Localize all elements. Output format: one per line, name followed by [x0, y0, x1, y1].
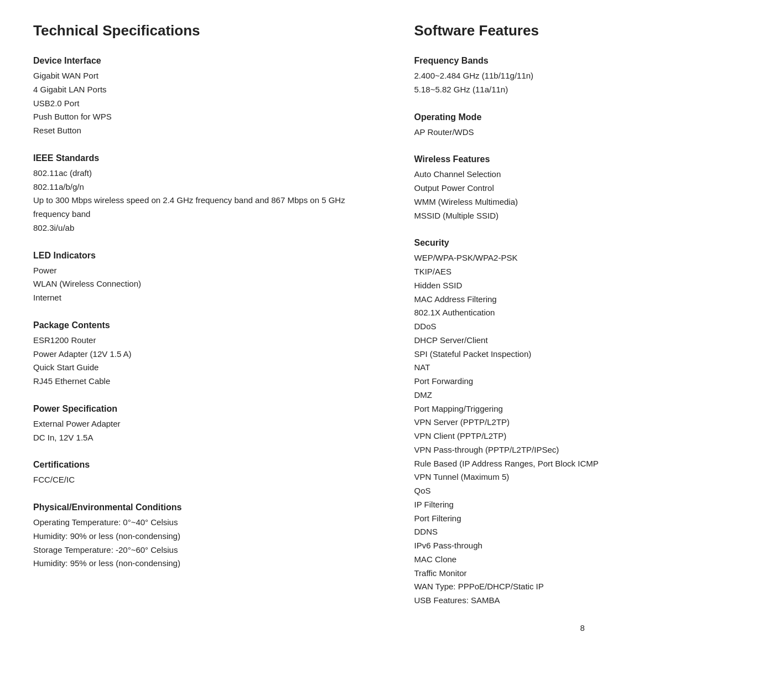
list-item: Power Adapter (12V 1.5 A) — [33, 348, 370, 361]
section-package-contents: Package Contents ESR1200 Router Power Ad… — [33, 320, 370, 388]
section-title-device-interface: Device Interface — [33, 56, 370, 66]
section-wireless-features: Wireless Features Auto Channel Selection… — [414, 154, 751, 222]
list-item: Storage Temperature: -20°~60° Celsius — [33, 543, 370, 557]
section-title-power-specification: Power Specification — [33, 404, 370, 414]
page-number: 8 — [414, 623, 751, 633]
list-item: WMM (Wireless Multimedia) — [414, 195, 751, 209]
section-physical-environmental: Physical/Environmental Conditions Operat… — [33, 502, 370, 571]
section-frequency-bands: Frequency Bands 2.400~2.484 GHz (11b/11g… — [414, 56, 751, 97]
list-item: MAC Clone — [414, 553, 751, 567]
list-item: Push Button for WPS — [33, 110, 370, 124]
list-item: Operating Temperature: 0°~40° Celsius — [33, 516, 370, 530]
list-item: 4 Gigabit LAN Ports — [33, 83, 370, 97]
list-item: Internet — [33, 291, 370, 305]
list-item: NAT — [414, 361, 751, 375]
section-content-certifications: FCC/CE/IC — [33, 473, 370, 487]
list-item: DDNS — [414, 525, 751, 539]
page-number-area: 8 — [414, 623, 751, 633]
section-title-security: Security — [414, 238, 751, 248]
section-content-power-specification: External Power Adapter DC In, 12V 1.5A — [33, 417, 370, 445]
list-item: Humidity: 90% or less (non-condensing) — [33, 530, 370, 543]
list-item: External Power Adapter — [33, 417, 370, 431]
list-item: MAC Address Filtering — [414, 293, 751, 307]
list-item: Humidity: 95% or less (non-condensing) — [33, 557, 370, 571]
section-certifications: Certifications FCC/CE/IC — [33, 460, 370, 487]
list-item: Gigabit WAN Port — [33, 69, 370, 83]
list-item: RJ45 Ethernet Cable — [33, 375, 370, 388]
section-title-physical-environmental: Physical/Environmental Conditions — [33, 502, 370, 512]
list-item: VPN Client (PPTP/L2TP) — [414, 429, 751, 443]
section-content-ieee-standards: 802.11ac (draft) 802.11a/b/g/n Up to 300… — [33, 167, 370, 235]
right-title: Software Features — [414, 22, 751, 39]
list-item: 802.11ac (draft) — [33, 167, 370, 180]
list-item: 802.1X Authentication — [414, 306, 751, 320]
section-content-wireless-features: Auto Channel Selection Output Power Cont… — [414, 168, 751, 222]
list-item: Quick Start Guide — [33, 361, 370, 375]
list-item: Port Filtering — [414, 512, 751, 526]
section-title-frequency-bands: Frequency Bands — [414, 56, 751, 66]
list-item: Reset Button — [33, 124, 370, 138]
list-item: DMZ — [414, 388, 751, 402]
section-operating-mode: Operating Mode AP Router/WDS — [414, 112, 751, 139]
list-item: Traffic Monitor — [414, 567, 751, 581]
list-item: USB Features: SAMBA — [414, 594, 751, 608]
list-item: Port Forwarding — [414, 375, 751, 388]
section-title-certifications: Certifications — [33, 460, 370, 470]
list-item: MSSID (Multiple SSID) — [414, 209, 751, 223]
list-item: Port Mapping/Triggering — [414, 402, 751, 416]
section-security: Security WEP/WPA-PSK/WPA2-PSK TKIP/AES H… — [414, 238, 751, 608]
section-title-wireless-features: Wireless Features — [414, 154, 751, 164]
list-item: Rule Based (IP Address Ranges, Port Bloc… — [414, 457, 751, 471]
section-device-interface: Device Interface Gigabit WAN Port 4 Giga… — [33, 56, 370, 138]
list-item: FCC/CE/IC — [33, 473, 370, 487]
list-item: DC In, 12V 1.5A — [33, 431, 370, 445]
list-item: ESR1200 Router — [33, 334, 370, 348]
list-item: DHCP Server/Client — [414, 334, 751, 348]
section-content-led-indicators: Power WLAN (Wireless Connection) Interne… — [33, 264, 370, 305]
section-led-indicators: LED Indicators Power WLAN (Wireless Conn… — [33, 251, 370, 305]
list-item: 802.3i/u/ab — [33, 221, 370, 235]
list-item: Auto Channel Selection — [414, 168, 751, 182]
section-content-operating-mode: AP Router/WDS — [414, 126, 751, 139]
list-item: Hidden SSID — [414, 279, 751, 293]
list-item: WEP/WPA-PSK/WPA2-PSK — [414, 251, 751, 265]
list-item: 802.11a/b/g/n — [33, 180, 370, 194]
list-item: VPN Tunnel (Maximum 5) — [414, 470, 751, 484]
list-item: SPI (Stateful Packet Inspection) — [414, 348, 751, 361]
section-content-frequency-bands: 2.400~2.484 GHz (11b/11g/11n) 5.18~5.82 … — [414, 69, 751, 97]
list-item: 5.18~5.82 GHz (11a/11n) — [414, 83, 751, 97]
section-title-package-contents: Package Contents — [33, 320, 370, 330]
list-item: QoS — [414, 484, 751, 498]
list-item: Power — [33, 264, 370, 278]
right-column: Software Features Frequency Bands 2.400~… — [392, 22, 751, 633]
list-item: 2.400~2.484 GHz (11b/11g/11n) — [414, 69, 751, 83]
left-title: Technical Specifications — [33, 22, 370, 39]
list-item: VPN Pass-through (PPTP/L2TP/IPSec) — [414, 443, 751, 457]
list-item: WAN Type: PPPoE/DHCP/Static IP — [414, 580, 751, 594]
section-ieee-standards: IEEE Standards 802.11ac (draft) 802.11a/… — [33, 153, 370, 235]
section-content-security: WEP/WPA-PSK/WPA2-PSK TKIP/AES Hidden SSI… — [414, 251, 751, 608]
list-item: USB2.0 Port — [33, 97, 370, 111]
left-column: Technical Specifications Device Interfac… — [33, 22, 392, 633]
section-title-ieee-standards: IEEE Standards — [33, 153, 370, 163]
section-title-led-indicators: LED Indicators — [33, 251, 370, 261]
section-content-device-interface: Gigabit WAN Port 4 Gigabit LAN Ports USB… — [33, 69, 370, 138]
list-item: IP Filtering — [414, 498, 751, 512]
section-title-operating-mode: Operating Mode — [414, 112, 751, 122]
list-item: AP Router/WDS — [414, 126, 751, 139]
list-item: Output Power Control — [414, 182, 751, 195]
section-content-package-contents: ESR1200 Router Power Adapter (12V 1.5 A)… — [33, 334, 370, 388]
section-content-physical-environmental: Operating Temperature: 0°~40° Celsius Hu… — [33, 516, 370, 571]
list-item: VPN Server (PPTP/L2TP) — [414, 416, 751, 429]
list-item: TKIP/AES — [414, 265, 751, 279]
section-power-specification: Power Specification External Power Adapt… — [33, 404, 370, 445]
list-item: DDoS — [414, 320, 751, 334]
list-item: IPv6 Pass-through — [414, 539, 751, 553]
list-item: WLAN (Wireless Connection) — [33, 277, 370, 291]
list-item: Up to 300 Mbps wireless speed on 2.4 GHz… — [33, 194, 370, 221]
